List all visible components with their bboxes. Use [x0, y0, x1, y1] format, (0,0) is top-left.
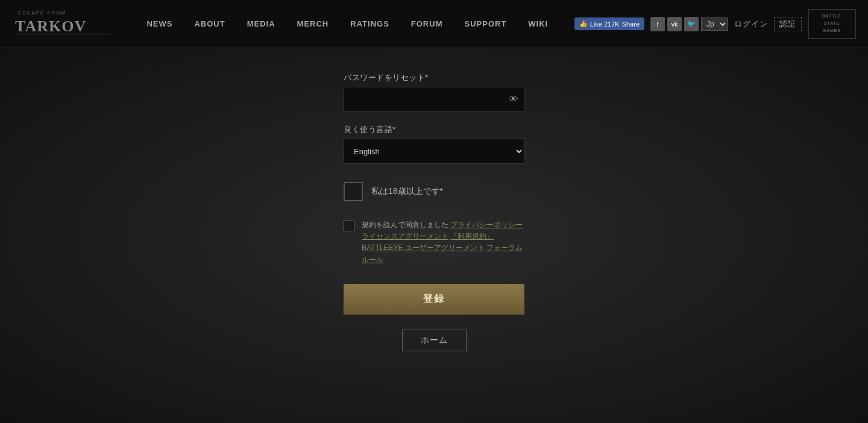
social-icons: f vk 🐦 Jp En: [650, 17, 728, 31]
navbar: ESCAPE FROM TARKOV NEWS ABOUT MEDIA MERC…: [0, 0, 868, 48]
nav-right: 👍 Like 217K Share f vk 🐦 Jp En ログイン 認証 B…: [574, 9, 856, 39]
svg-rect-2: [15, 34, 112, 34]
terms-text: 規約を読んで同意しました プライバシーポリシー ライセンスアグリーメント 『利用…: [362, 219, 524, 266]
twitter-icon[interactable]: 🐦: [684, 17, 699, 31]
password-input-wrapper: 👁: [344, 87, 524, 112]
svg-text:GAMES: GAMES: [823, 28, 841, 33]
site-logo: ESCAPE FROM TARKOV: [12, 6, 121, 42]
language-label: 良く使う言語*: [344, 124, 524, 135]
home-button[interactable]: ホーム: [402, 330, 467, 351]
terms-checkbox[interactable]: [344, 221, 354, 231]
facebook-icon[interactable]: f: [650, 17, 665, 31]
facebook-like-button[interactable]: 👍 Like 217K Share: [574, 17, 644, 30]
terms-of-use-link[interactable]: 『利用規約』: [450, 232, 494, 240]
fb-share-label: Share: [622, 20, 640, 28]
terms-prefix: 規約を読んで同意しました: [362, 221, 448, 229]
main-content: パスワードをリセット* 👁 良く使う言語* English 日本語 Русски…: [0, 48, 868, 423]
language-select[interactable]: English 日本語 Русский Deutsch Français: [344, 139, 524, 164]
nav-merch[interactable]: MERCH: [286, 14, 340, 33]
privacy-policy-link[interactable]: プライバシーポリシー: [450, 221, 523, 229]
register-button[interactable]: 登録: [344, 284, 524, 315]
nav-links: NEWS ABOUT MEDIA MERCH RATINGS FORUM SUP…: [121, 14, 574, 33]
svg-text:BATTLE: BATTLE: [822, 14, 841, 18]
language-group: 良く使う言語* English 日本語 Русский Deutsch Fran…: [344, 124, 524, 164]
svg-text:ESCAPE FROM: ESCAPE FROM: [18, 10, 66, 16]
svg-text:STATE: STATE: [824, 21, 840, 25]
nav-ratings[interactable]: RATINGS: [339, 14, 400, 33]
login-button[interactable]: ログイン: [734, 19, 768, 30]
eye-toggle-icon[interactable]: 👁: [509, 94, 518, 105]
registration-form: パスワードをリセット* 👁 良く使う言語* English 日本語 Русски…: [344, 72, 524, 351]
nav-support[interactable]: SUPPORT: [453, 14, 517, 33]
battlestate-logo: BATTLE STATE GAMES: [808, 9, 856, 39]
password-reset-group: パスワードをリセット* 👁: [344, 72, 524, 112]
nav-wiki[interactable]: WIKI: [517, 14, 559, 33]
password-reset-label: パスワードをリセット*: [344, 72, 524, 83]
nav-about[interactable]: ABOUT: [183, 14, 236, 33]
terms-row: 規約を読んで同意しました プライバシーポリシー ライセンスアグリーメント 『利用…: [344, 219, 524, 266]
language-dropdown[interactable]: Jp En: [701, 17, 728, 31]
svg-text:TARKOV: TARKOV: [15, 17, 86, 35]
vk-icon[interactable]: vk: [667, 17, 682, 31]
nav-news[interactable]: NEWS: [136, 14, 183, 33]
nav-media[interactable]: MEDIA: [236, 14, 286, 33]
license-agreement-link[interactable]: ライセンスアグリーメント: [362, 232, 448, 240]
fb-like-label: Like 217K: [590, 20, 620, 28]
age-label: 私は18歳以上です*: [371, 186, 443, 197]
age-verification-row: 私は18歳以上です*: [344, 182, 524, 201]
age-checkbox[interactable]: [344, 182, 363, 201]
nav-forum[interactable]: FORUM: [400, 14, 454, 33]
battleeye-agreement-link[interactable]: BATTLEEYE ユーザーアグリーメント: [362, 243, 485, 252]
auth-button[interactable]: 認証: [774, 17, 802, 31]
fb-like-icon: 👍: [579, 20, 588, 28]
password-reset-input[interactable]: [344, 87, 524, 112]
